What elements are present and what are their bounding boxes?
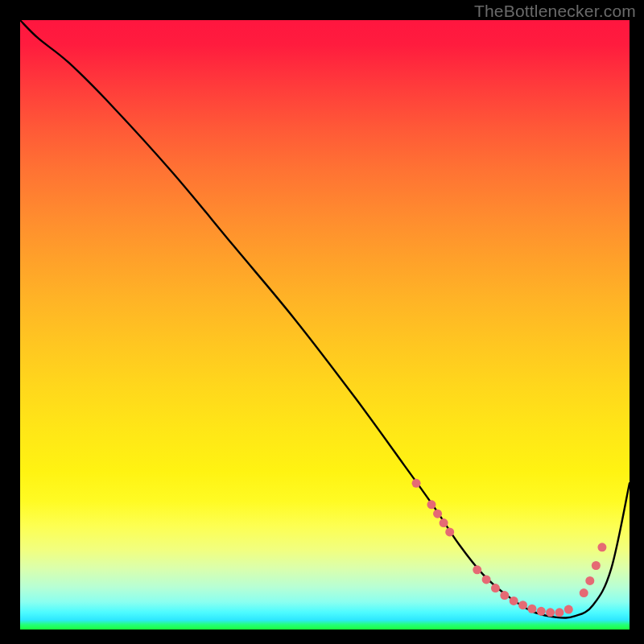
data-marker — [433, 510, 442, 518]
data-marker — [597, 543, 606, 551]
data-marker — [445, 527, 454, 536]
data-marker — [592, 561, 601, 570]
data-marker — [518, 601, 527, 609]
chart-frame: TheBottlenecker.com — [0, 0, 644, 644]
data-marker — [527, 605, 536, 613]
data-marker — [412, 479, 421, 488]
data-marker — [546, 608, 555, 617]
plot-area — [20, 20, 630, 630]
bottleneck-curve — [20, 20, 630, 618]
data-marker — [473, 565, 481, 574]
data-marker — [440, 518, 448, 527]
data-marker — [500, 591, 509, 600]
data-marker — [564, 605, 573, 614]
watermark-text: TheBottlenecker.com — [474, 2, 636, 21]
data-marker — [427, 500, 436, 509]
data-marker — [555, 608, 564, 617]
data-marker — [491, 584, 500, 592]
data-marker — [580, 588, 588, 597]
data-marker — [482, 575, 491, 584]
data-marker — [510, 597, 518, 605]
data-marker — [585, 576, 594, 585]
data-marker — [537, 607, 546, 616]
chart-svg — [20, 20, 630, 630]
